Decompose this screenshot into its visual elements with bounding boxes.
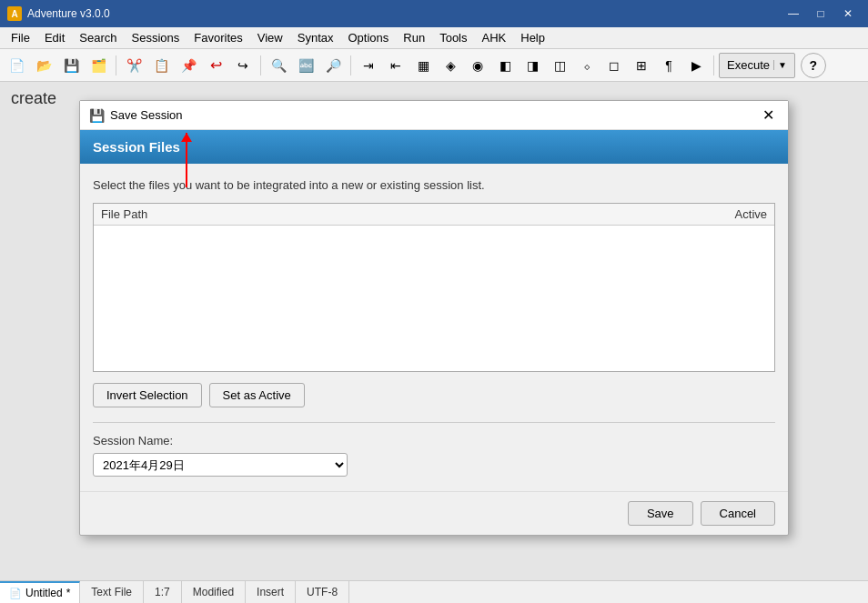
dialog-title-text: Save Session xyxy=(110,108,183,122)
status-modified: Modified xyxy=(182,581,246,603)
session-name-select[interactable]: 2021年4月29日 xyxy=(93,453,348,477)
modal-overlay: 💾 Save Session ✕ Session Files Select th… xyxy=(0,82,868,580)
toolbar-btn-9[interactable]: ◨ xyxy=(520,53,545,78)
dialog-close-button[interactable]: ✕ xyxy=(757,105,779,126)
menu-tools[interactable]: Tools xyxy=(432,27,474,48)
set-as-active-button[interactable]: Set as Active xyxy=(209,383,305,407)
title-bar: A Adventure v3.0.0 — □ ✕ xyxy=(0,0,868,27)
toolbar-btn-12[interactable]: ◻ xyxy=(601,53,627,78)
dialog-title-bar: 💾 Save Session ✕ xyxy=(80,101,788,130)
toolbar-btn-6[interactable]: ◈ xyxy=(438,53,463,78)
menu-ahk[interactable]: AHK xyxy=(475,27,514,48)
toolbar: 📄 📂 💾 🗂️ ✂️ 📋 📌 ↩ ↪ 🔍 🔤 🔎 ⇥ ⇤ ▦ ◈ ◉ ◧ ◨ … xyxy=(0,49,868,82)
toolbar-separator-1 xyxy=(116,55,116,75)
app-icon: A xyxy=(7,6,22,21)
redo-button[interactable]: ↪ xyxy=(230,53,256,78)
window-controls: — □ ✕ xyxy=(781,5,861,23)
indent-button[interactable]: ⇥ xyxy=(356,53,381,78)
menu-syntax[interactable]: Syntax xyxy=(290,27,341,48)
annotation-arrow xyxy=(186,133,187,187)
replace-button[interactable]: 🔤 xyxy=(293,53,318,78)
close-button[interactable]: ✕ xyxy=(835,5,861,23)
status-sections: Text File 1:7 Modified Insert UTF-8 xyxy=(80,581,868,603)
menu-sessions[interactable]: Sessions xyxy=(125,27,187,48)
status-position: 1:7 xyxy=(144,581,182,603)
status-bar: 📄 Untitled * Text File 1:7 Modified Inse… xyxy=(0,580,868,603)
toolbar-btn-13[interactable]: ⊞ xyxy=(629,53,654,78)
dialog-action-buttons: Invert Selection Set as Active xyxy=(93,383,775,407)
execute-button[interactable]: Execute ▼ xyxy=(719,53,795,78)
undo-button[interactable]: ↩ xyxy=(203,53,228,78)
maximize-button[interactable]: □ xyxy=(808,5,833,23)
toolbar-separator-3 xyxy=(350,55,351,75)
app-title: Adventure v3.0.0 xyxy=(27,7,110,20)
dialog-title-left: 💾 Save Session xyxy=(89,108,183,123)
dialog-body: Select the files you want to be integrat… xyxy=(80,164,788,491)
toolbar-btn-8[interactable]: ◧ xyxy=(492,53,518,78)
status-encoding: UTF-8 xyxy=(296,581,349,603)
new-button[interactable]: 📄 xyxy=(4,53,29,78)
app-body: create 💾 Save Session ✕ Session Files Se… xyxy=(0,82,868,580)
tab-file-icon: 📄 xyxy=(9,588,22,599)
tab-modified-indicator: * xyxy=(66,587,71,599)
menu-favorites[interactable]: Favorites xyxy=(187,27,249,48)
save-dialog-button[interactable]: Save xyxy=(628,501,693,526)
session-name-label: Session Name: xyxy=(93,434,775,447)
menu-search[interactable]: Search xyxy=(72,27,124,48)
menu-options[interactable]: Options xyxy=(340,27,396,48)
save-all-button[interactable]: 🗂️ xyxy=(86,53,111,78)
invert-selection-button[interactable]: Invert Selection xyxy=(93,383,202,407)
status-file-type: Text File xyxy=(80,581,144,603)
run-button[interactable]: ▶ xyxy=(683,53,709,78)
toolbar-separator-2 xyxy=(260,55,261,75)
dialog-description: Select the files you want to be integrat… xyxy=(93,178,775,192)
menu-view[interactable]: View xyxy=(250,27,290,48)
menu-help[interactable]: Help xyxy=(513,27,552,48)
execute-label: Execute xyxy=(727,58,770,72)
help-button[interactable]: ? xyxy=(801,53,826,78)
cut-button[interactable]: ✂️ xyxy=(121,53,146,78)
file-list-header: File Path Active xyxy=(94,204,774,226)
menu-bar: File Edit Search Sessions Favorites View… xyxy=(0,27,868,49)
copy-button[interactable]: 📋 xyxy=(148,53,174,78)
file-path-column-header: File Path xyxy=(101,207,712,221)
menu-file[interactable]: File xyxy=(4,27,37,48)
find-button[interactable]: 🔍 xyxy=(266,53,291,78)
status-tab-untitled[interactable]: 📄 Untitled * xyxy=(0,581,80,603)
file-list-body[interactable] xyxy=(94,226,774,371)
menu-run[interactable]: Run xyxy=(396,27,432,48)
file-list-container: File Path Active xyxy=(93,203,775,372)
menu-edit[interactable]: Edit xyxy=(37,27,72,48)
save-button[interactable]: 💾 xyxy=(58,53,84,78)
active-column-header: Active xyxy=(712,207,767,221)
toolbar-btn-14[interactable]: ¶ xyxy=(656,53,681,78)
dialog-divider xyxy=(93,422,775,423)
status-insert-mode: Insert xyxy=(246,581,296,603)
find-next-button[interactable]: 🔎 xyxy=(320,53,346,78)
toolbar-separator-4 xyxy=(713,55,714,75)
toolbar-btn-11[interactable]: ⬦ xyxy=(574,53,600,78)
dialog-footer: Save Cancel xyxy=(80,491,788,535)
open-button[interactable]: 📂 xyxy=(31,53,56,78)
outdent-button[interactable]: ⇤ xyxy=(383,53,409,78)
tab-label: Untitled xyxy=(25,587,63,599)
minimize-button[interactable]: — xyxy=(781,5,806,23)
dialog-save-icon: 💾 xyxy=(89,108,105,123)
cancel-dialog-button[interactable]: Cancel xyxy=(701,501,775,526)
execute-dropdown-arrow[interactable]: ▼ xyxy=(773,60,787,70)
toolbar-btn-5[interactable]: ▦ xyxy=(410,53,436,78)
paste-button[interactable]: 📌 xyxy=(176,53,201,78)
toolbar-btn-10[interactable]: ◫ xyxy=(547,53,572,78)
toolbar-btn-7[interactable]: ◉ xyxy=(465,53,490,78)
